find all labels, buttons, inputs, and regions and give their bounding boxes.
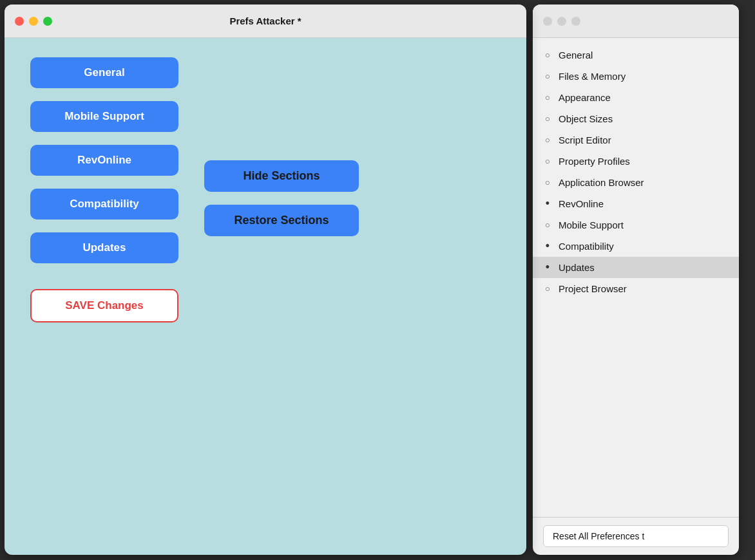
- list-item[interactable]: Appearance: [533, 87, 739, 108]
- left-window: Prefs Attacker * General Mobile Support …: [5, 5, 526, 555]
- list-item-label: Compatibility: [559, 241, 614, 252]
- list-item-label: Updates: [559, 262, 595, 273]
- updates-button[interactable]: Updates: [30, 232, 178, 263]
- list-item[interactable]: Mobile Support: [533, 214, 739, 236]
- right-minimize-button[interactable]: [557, 17, 566, 26]
- left-content: General Mobile Support RevOnline Compati…: [5, 38, 526, 555]
- preferences-list: GeneralFiles & MemoryAppearanceObject Si…: [533, 38, 739, 517]
- hide-sections-button[interactable]: Hide Sections: [204, 160, 359, 192]
- list-item-label: Script Editor: [559, 135, 611, 145]
- restore-sections-button[interactable]: Restore Sections: [204, 205, 359, 236]
- circle-icon: [543, 115, 552, 124]
- general-button[interactable]: General: [30, 57, 178, 88]
- circle-icon: [543, 72, 552, 81]
- list-item-label: Object Sizes: [559, 113, 613, 124]
- list-item[interactable]: Updates: [533, 257, 739, 278]
- circle-icon: [543, 136, 552, 145]
- list-item[interactable]: Compatibility: [533, 236, 739, 257]
- list-item-label: Files & Memory: [559, 71, 626, 82]
- list-item[interactable]: Files & Memory: [533, 66, 739, 87]
- list-item-label: Application Browser: [559, 177, 644, 188]
- list-item[interactable]: Script Editor: [533, 129, 739, 151]
- circle-icon: [543, 157, 552, 166]
- circle-icon: [543, 285, 552, 294]
- right-titlebar: [533, 5, 739, 38]
- circle-icon: [543, 221, 552, 230]
- list-item-label: General: [559, 50, 593, 61]
- reset-preferences-button[interactable]: Reset All Preferences t: [543, 525, 729, 547]
- right-window: GeneralFiles & MemoryAppearanceObject Si…: [533, 5, 739, 555]
- sections-column: Hide Sections Restore Sections: [204, 57, 359, 536]
- bullet-icon: [543, 263, 552, 272]
- circle-icon: [543, 93, 552, 102]
- list-item[interactable]: Project Browser: [533, 278, 739, 299]
- list-item[interactable]: Property Profiles: [533, 151, 739, 172]
- save-changes-button[interactable]: SAVE Changes: [30, 289, 178, 322]
- list-item-label: Appearance: [559, 92, 611, 103]
- maximize-button[interactable]: [43, 17, 52, 26]
- list-item-label: RevOnline: [559, 198, 604, 209]
- right-maximize-button[interactable]: [571, 17, 580, 26]
- close-button[interactable]: [15, 17, 24, 26]
- circle-icon: [543, 178, 552, 187]
- minimize-button[interactable]: [29, 17, 38, 26]
- revonline-button[interactable]: RevOnline: [30, 145, 178, 176]
- bullet-icon: [543, 242, 552, 251]
- left-buttons-column: General Mobile Support RevOnline Compati…: [17, 57, 178, 536]
- list-item[interactable]: Application Browser: [533, 172, 739, 193]
- traffic-lights: [15, 17, 52, 26]
- right-footer: Reset All Preferences t: [533, 517, 739, 555]
- mobile-support-button[interactable]: Mobile Support: [30, 101, 178, 132]
- circle-icon: [543, 51, 552, 60]
- list-item-label: Mobile Support: [559, 219, 624, 230]
- list-item-label: Project Browser: [559, 283, 627, 294]
- compatibility-button[interactable]: Compatibility: [30, 189, 178, 219]
- list-item-label: Property Profiles: [559, 156, 630, 167]
- list-item[interactable]: Object Sizes: [533, 108, 739, 129]
- window-title: Prefs Attacker *: [229, 15, 301, 26]
- left-titlebar: Prefs Attacker *: [5, 5, 526, 38]
- bullet-icon: [543, 200, 552, 209]
- list-item[interactable]: RevOnline: [533, 193, 739, 214]
- list-item[interactable]: General: [533, 44, 739, 66]
- right-close-button[interactable]: [543, 17, 552, 26]
